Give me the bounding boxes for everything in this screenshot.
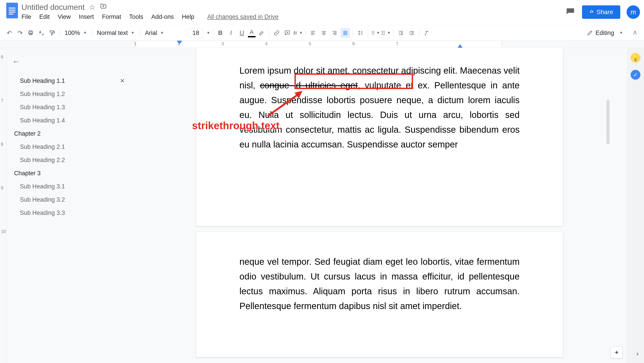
outline-item-label: Sub Heading 2.2 [20, 157, 65, 164]
move-to-folder-icon[interactable] [100, 3, 107, 12]
keep-icon[interactable]: 💡 [630, 53, 640, 63]
outline-item-label: Sub Heading 1.4 [20, 117, 65, 124]
menu-view[interactable]: View [58, 14, 71, 20]
text-color-button[interactable]: A [248, 29, 256, 37]
ruler-mark: 1 [134, 41, 136, 46]
first-line-indent-marker[interactable] [177, 41, 182, 44]
right-indent-marker[interactable] [458, 44, 463, 48]
redo-button[interactable]: ↷ [15, 28, 24, 38]
outline-item-chapter-3[interactable]: Chapter 3 [11, 167, 128, 180]
outline-item-sub-heading-1-1[interactable]: Sub Heading 1.1✕ [11, 74, 128, 88]
ruler-mark: 4 [265, 41, 268, 46]
tasks-icon[interactable]: ✓ [630, 70, 640, 80]
outline-item-sub-heading-2-1[interactable]: Sub Heading 2.1 [11, 140, 128, 154]
outline-item-label: Sub Heading 1.1 [20, 78, 65, 84]
menu-add-ons[interactable]: Add-ons [151, 14, 174, 20]
ruler-mark: 7 [396, 41, 398, 46]
outline-item-sub-heading-1-2[interactable]: Sub Heading 1.2 [11, 88, 128, 101]
outline-item-sub-heading-3-3[interactable]: Sub Heading 3.3 [11, 206, 128, 220]
line-spacing-button[interactable] [356, 28, 365, 38]
outline-item-label: Sub Heading 3.2 [20, 196, 65, 203]
font-dropdown[interactable]: Arial▼ [143, 28, 183, 38]
vruler-mark: 10 [1, 229, 6, 234]
svg-rect-2 [30, 33, 32, 35]
spellcheck-button[interactable] [37, 28, 46, 38]
document-page-2[interactable]: neque vel tempor. Sed feugiat diam eget … [196, 232, 563, 357]
outline-item-sub-heading-1-3[interactable]: Sub Heading 1.3 [11, 101, 128, 114]
outline-item-label: Sub Heading 1.3 [20, 104, 65, 111]
svg-point-8 [382, 32, 383, 33]
outline-item-sub-heading-1-4[interactable]: Sub Heading 1.4 [11, 114, 128, 127]
add-comment-button[interactable] [282, 28, 292, 38]
menu-insert[interactable]: Insert [79, 14, 94, 20]
editing-mode-dropdown[interactable]: Editing▼ [583, 30, 627, 36]
align-right-button[interactable] [330, 28, 339, 38]
share-button[interactable]: Share [582, 5, 620, 19]
align-justify-button[interactable] [340, 28, 350, 38]
hide-side-panel-icon[interactable]: › [636, 349, 639, 358]
star-icon[interactable]: ☆ [89, 3, 96, 12]
outline-item-label: Sub Heading 3.1 [20, 183, 65, 190]
decrease-indent-button[interactable] [396, 28, 406, 38]
document-page-1[interactable]: Lorem ipsum dolor sit amet, consectetur … [196, 48, 563, 226]
menu-file[interactable]: File [22, 14, 31, 20]
explore-button[interactable]: ✦ [610, 346, 622, 358]
font-size-input[interactable] [189, 28, 203, 38]
ruler-mark: 5 [308, 41, 311, 46]
align-left-button[interactable] [308, 28, 318, 38]
style-dropdown[interactable]: Normal text▼ [95, 28, 137, 38]
paint-format-button[interactable] [48, 28, 57, 38]
numbered-list-button[interactable]: ▼ [370, 28, 380, 38]
body-text[interactable]: , vulputate et ex. Pellentesque in ante … [240, 80, 520, 149]
vruler-mark: 8 [1, 142, 3, 147]
italic-button[interactable]: I [226, 28, 236, 38]
menu-tools[interactable]: Tools [129, 14, 143, 20]
outline-item-label: Chapter 3 [14, 170, 41, 177]
comments-icon[interactable] [565, 7, 576, 18]
print-button[interactable] [26, 28, 35, 38]
font-size-dropdown-icon[interactable]: ▼ [206, 31, 210, 35]
remove-outline-item-icon[interactable]: ✕ [120, 78, 125, 84]
document-title[interactable]: Untitled document [22, 3, 84, 12]
svg-point-6 [294, 32, 295, 33]
menu-edit[interactable]: Edit [40, 14, 50, 20]
insert-image-button[interactable]: ▼ [293, 28, 303, 38]
ruler-mark: 6 [352, 41, 355, 46]
outline-item-label: Chapter 2 [14, 130, 41, 137]
insert-link-button[interactable] [272, 28, 281, 38]
underline-button[interactable]: U [237, 28, 246, 38]
increase-indent-button[interactable] [407, 28, 416, 38]
save-status[interactable]: All changes saved in Drive [207, 14, 278, 20]
outline-item-label: Sub Heading 2.1 [20, 144, 65, 150]
strikethrough-text[interactable]: congue id ultricies eget [260, 80, 358, 90]
outline-item-chapter-2[interactable]: Chapter 2 [11, 127, 128, 140]
svg-rect-3 [50, 31, 53, 32]
ruler-mark: 3 [221, 41, 224, 46]
outline-item-sub-heading-2-2[interactable]: Sub Heading 2.2 [11, 154, 128, 167]
outline-item-label: Sub Heading 3.3 [20, 210, 65, 216]
svg-point-7 [382, 31, 383, 32]
bold-button[interactable]: B [216, 28, 225, 38]
menu-format[interactable]: Format [102, 14, 121, 20]
highlight-button[interactable] [257, 28, 266, 38]
zoom-dropdown[interactable]: 100%▼ [62, 28, 89, 38]
clear-formatting-button[interactable] [422, 28, 432, 38]
outline-item-label: Sub Heading 1.2 [20, 91, 65, 98]
undo-button[interactable]: ↶ [4, 28, 14, 38]
svg-point-9 [382, 34, 383, 35]
menu-help[interactable]: Help [182, 14, 194, 20]
bulleted-list-button[interactable]: ▼ [381, 28, 391, 38]
outline-item-sub-heading-3-1[interactable]: Sub Heading 3.1 [11, 180, 128, 193]
vruler-mark: 9 [1, 185, 3, 190]
body-text[interactable]: neque vel tempor. Sed feugiat diam eget … [240, 254, 520, 313]
hide-outline-icon[interactable]: ← [11, 56, 22, 67]
docs-logo-icon[interactable] [4, 3, 20, 19]
align-center-button[interactable] [319, 28, 328, 38]
vruler-mark: 6 [1, 54, 3, 60]
scrollbar-thumb[interactable] [606, 99, 610, 144]
account-avatar[interactable]: m [626, 5, 640, 19]
collapse-toolbar-icon[interactable]: ᐱ [630, 28, 640, 38]
vruler-mark: 7 [1, 98, 3, 103]
outline-item-sub-heading-3-2[interactable]: Sub Heading 3.2 [11, 193, 128, 206]
